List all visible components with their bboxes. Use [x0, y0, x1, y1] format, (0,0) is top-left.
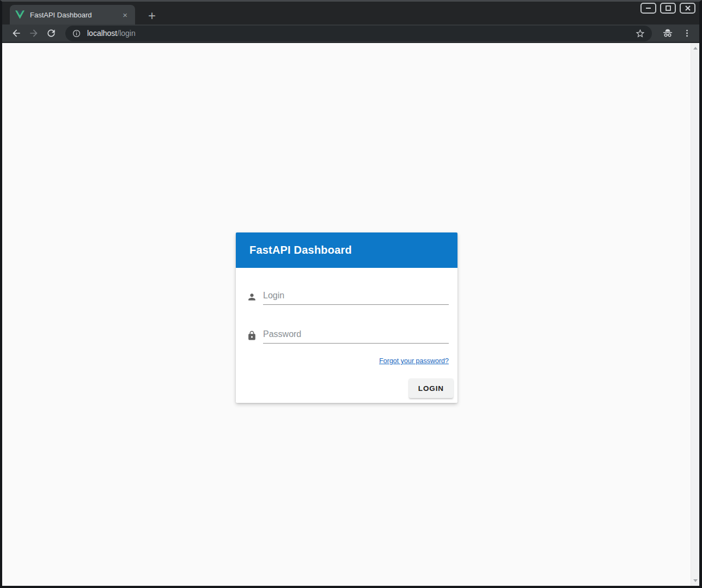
tab-title: FastAPI Dashboard [30, 11, 120, 19]
minimize-button[interactable] [640, 3, 656, 14]
window-controls [640, 3, 695, 14]
incognito-icon [662, 27, 674, 39]
back-icon[interactable] [11, 28, 22, 39]
login-card-body: Forgot your password? LOGIN [236, 268, 457, 403]
login-field-row [247, 289, 449, 305]
menu-dots-icon[interactable] [682, 28, 692, 38]
browser-toolbar: localhost/login [2, 24, 699, 43]
bookmark-star-icon[interactable] [635, 28, 645, 39]
login-card: FastAPI Dashboard [236, 232, 457, 403]
scroll-up-icon[interactable] [693, 47, 698, 50]
url-text: localhost/login [87, 29, 635, 38]
page-scrollbar[interactable] [691, 43, 699, 586]
close-icon [685, 5, 691, 11]
maximize-icon [666, 5, 671, 11]
browser-tab[interactable]: FastAPI Dashboard × [10, 5, 135, 24]
title-bar: FastAPI Dashboard × + [2, 2, 699, 24]
login-card-header: FastAPI Dashboard [236, 232, 457, 268]
url-path: /login [117, 29, 135, 38]
person-icon [247, 292, 263, 305]
page-content: FastAPI Dashboard [2, 43, 699, 586]
browser-window: FastAPI Dashboard × + [0, 0, 702, 588]
tab-close-icon[interactable]: × [120, 11, 130, 19]
forgot-password-link[interactable]: Forgot your password? [379, 357, 449, 365]
site-info-icon[interactable] [72, 29, 81, 38]
forgot-password-row: Forgot your password? [247, 356, 449, 365]
lock-icon [247, 330, 263, 344]
scroll-down-icon[interactable] [693, 579, 698, 582]
url-host: localhost [87, 29, 117, 38]
password-field-row [247, 327, 449, 344]
address-bar[interactable]: localhost/login [65, 26, 652, 41]
new-tab-button[interactable]: + [145, 9, 159, 22]
reload-icon[interactable] [46, 28, 57, 39]
login-button[interactable]: LOGIN [409, 378, 453, 398]
password-input[interactable] [263, 327, 449, 344]
close-button[interactable] [680, 3, 695, 14]
forward-icon[interactable] [28, 28, 39, 39]
maximize-button[interactable] [660, 3, 676, 14]
minimize-icon [645, 5, 651, 11]
login-input[interactable] [263, 289, 449, 305]
vue-favicon-icon [15, 10, 25, 19]
card-actions: LOGIN [247, 378, 453, 398]
login-card-title: FastAPI Dashboard [249, 244, 352, 256]
